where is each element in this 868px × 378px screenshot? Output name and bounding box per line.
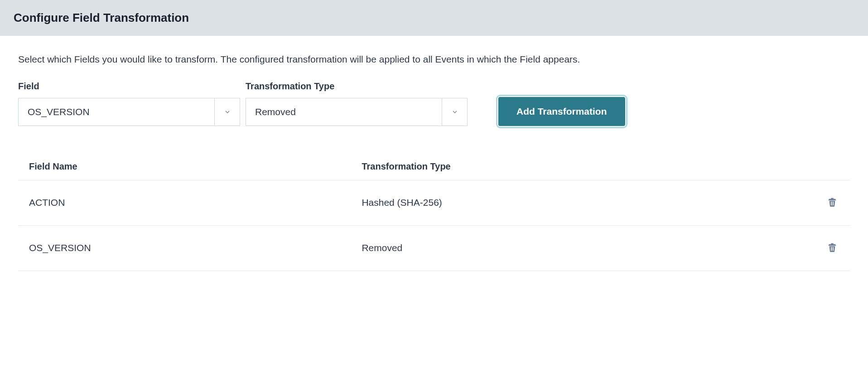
table-row: ACTION Hashed (SHA-256) xyxy=(18,180,850,225)
field-select-arrow xyxy=(214,98,240,126)
type-select-value: Removed xyxy=(246,107,442,117)
table-header-field-name: Field Name xyxy=(18,153,351,180)
type-label: Transformation Type xyxy=(246,81,468,92)
delete-row-button[interactable] xyxy=(825,195,839,211)
type-select[interactable]: Removed xyxy=(246,98,468,126)
trash-icon xyxy=(827,242,837,253)
form-row: Field OS_VERSION Transformation Type Rem… xyxy=(18,81,850,126)
cell-field-name: ACTION xyxy=(18,180,351,225)
table-row: OS_VERSION Removed xyxy=(18,225,850,271)
field-select-value: OS_VERSION xyxy=(19,107,214,117)
page-title: Configure Field Transformation xyxy=(14,11,854,25)
description-text: Select which Fields you would like to tr… xyxy=(18,52,850,67)
add-transformation-button[interactable]: Add Transformation xyxy=(498,97,625,126)
field-label: Field xyxy=(18,81,240,92)
header-bar: Configure Field Transformation xyxy=(0,0,868,36)
table-header-transformation-type: Transformation Type xyxy=(351,153,767,180)
cell-transformation-type: Hashed (SHA-256) xyxy=(351,180,767,225)
type-select-arrow xyxy=(442,98,467,126)
cell-transformation-type: Removed xyxy=(351,225,767,271)
content-area: Select which Fields you would like to tr… xyxy=(0,36,868,287)
field-group: Field OS_VERSION xyxy=(18,81,240,126)
trash-icon xyxy=(827,197,837,208)
chevron-down-icon xyxy=(451,108,458,116)
type-group: Transformation Type Removed xyxy=(246,81,468,126)
field-select[interactable]: OS_VERSION xyxy=(18,98,240,126)
transformations-table: Field Name Transformation Type ACTION Ha… xyxy=(18,153,850,271)
delete-row-button[interactable] xyxy=(825,240,839,256)
chevron-down-icon xyxy=(224,108,231,116)
table-header-actions xyxy=(767,153,850,180)
cell-field-name: OS_VERSION xyxy=(18,225,351,271)
